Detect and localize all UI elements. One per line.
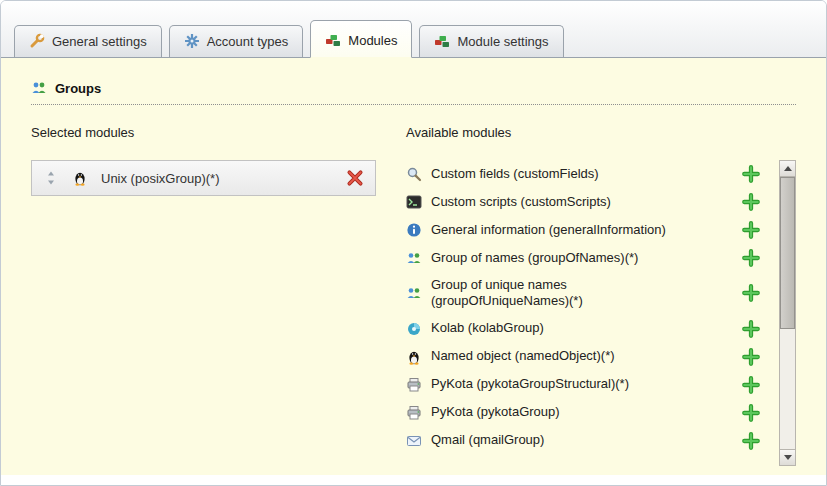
available-module-row: Group of unique names (groupOfUniqueName… (406, 272, 760, 315)
available-modules-list-wrapper: Custom fields (customFields)Custom scrip… (406, 160, 796, 466)
remove-module-button[interactable] (346, 169, 364, 187)
selected-modules-column: Selected modules Unix (posixGroup)(*) (31, 125, 376, 466)
add-module-button[interactable] (742, 404, 760, 422)
lam-configuration-window: General settingsAccount typesModulesModu… (0, 0, 827, 486)
magnifier-icon (406, 166, 422, 182)
gear-icon (184, 33, 200, 49)
selected-module-row[interactable]: Unix (posixGroup)(*) (31, 160, 376, 196)
mail-icon (406, 433, 422, 449)
modules-columns: Selected modules Unix (posixGroup)(*) Av… (31, 125, 796, 466)
group-icon (406, 285, 422, 301)
add-module-button[interactable] (742, 376, 760, 394)
tab-general-settings[interactable]: General settings (14, 25, 162, 57)
arrow-down-icon (784, 455, 792, 460)
drag-handle-icon[interactable] (43, 170, 59, 186)
add-module-button[interactable] (742, 193, 760, 211)
kolab-icon (406, 321, 422, 337)
scrollbar-track[interactable] (780, 177, 795, 449)
available-module-label: General information (generalInformation) (431, 222, 666, 238)
section-title: Groups (31, 80, 796, 105)
add-module-button[interactable] (742, 284, 760, 302)
available-module-label: Group of names (groupOfNames)(*) (431, 250, 638, 266)
tab-label: Modules (348, 33, 397, 48)
available-module-label: Kolab (kolabGroup) (431, 320, 544, 336)
printer-icon (406, 405, 422, 421)
available-module-row: Named object (namedObject)(*) (406, 343, 760, 371)
scroll-down-button[interactable] (780, 449, 795, 465)
group-icon (406, 250, 422, 266)
tab-label: Module settings (457, 34, 548, 49)
available-module-row: PyKota (pykotaGroup) (406, 399, 760, 427)
selected-modules-list: Unix (posixGroup)(*) (31, 160, 376, 196)
available-modules-heading: Available modules (406, 125, 796, 140)
terminal-icon (406, 194, 422, 210)
tux-icon (72, 170, 88, 186)
available-module-row: Custom fields (customFields) (406, 160, 760, 188)
arrow-up-icon (784, 166, 792, 171)
add-module-button[interactable] (742, 348, 760, 366)
tux-icon (406, 349, 422, 365)
add-module-button[interactable] (742, 221, 760, 239)
tab-bar: General settingsAccount typesModulesModu… (1, 1, 826, 58)
tab-modules[interactable]: Modules (310, 20, 412, 58)
available-module-row: Custom scripts (customScripts) (406, 188, 760, 216)
info-icon (406, 222, 422, 238)
tab-account-types[interactable]: Account types (169, 25, 304, 57)
available-module-label: PyKota (pykotaGroupStructural)(*) (431, 376, 629, 392)
available-modules-column: Available modules Custom fields (customF… (406, 125, 796, 466)
available-modules-scrollbar[interactable] (779, 160, 796, 466)
tab-label: General settings (52, 34, 147, 49)
selected-modules-heading: Selected modules (31, 125, 376, 140)
available-module-row: Qmail (qmailGroup) (406, 427, 760, 455)
scrollbar-thumb[interactable] (780, 177, 795, 329)
available-module-row: PyKota (pykotaGroupStructural)(*) (406, 371, 760, 399)
tab-module-settings[interactable]: Module settings (419, 25, 563, 57)
wrench-icon (29, 33, 45, 49)
printer-icon (406, 377, 422, 393)
section-title-label: Groups (55, 81, 101, 96)
available-module-row: Kolab (kolabGroup) (406, 315, 760, 343)
available-modules-list: Custom fields (customFields)Custom scrip… (406, 160, 760, 455)
available-module-row: Group of names (groupOfNames)(*) (406, 244, 760, 272)
available-module-label: Custom fields (customFields) (431, 166, 599, 182)
modules-panel: Groups Selected modules Unix (posixGroup… (1, 58, 826, 475)
add-module-button[interactable] (742, 320, 760, 338)
available-module-label: Qmail (qmailGroup) (431, 432, 544, 448)
available-module-row: General information (generalInformation) (406, 216, 760, 244)
modules-icon (434, 33, 450, 49)
groups-icon (31, 80, 47, 96)
add-module-button[interactable] (742, 249, 760, 267)
tab-label: Account types (207, 34, 289, 49)
available-module-label: PyKota (pykotaGroup) (431, 404, 560, 420)
add-module-button[interactable] (742, 432, 760, 450)
available-module-label: Custom scripts (customScripts) (431, 194, 611, 210)
scroll-up-button[interactable] (780, 161, 795, 177)
modules-icon (325, 32, 341, 48)
available-module-label: Named object (namedObject)(*) (431, 348, 615, 364)
add-module-button[interactable] (742, 165, 760, 183)
available-module-label: Group of unique names (groupOfUniqueName… (431, 277, 703, 310)
selected-module-label: Unix (posixGroup)(*) (101, 171, 333, 186)
